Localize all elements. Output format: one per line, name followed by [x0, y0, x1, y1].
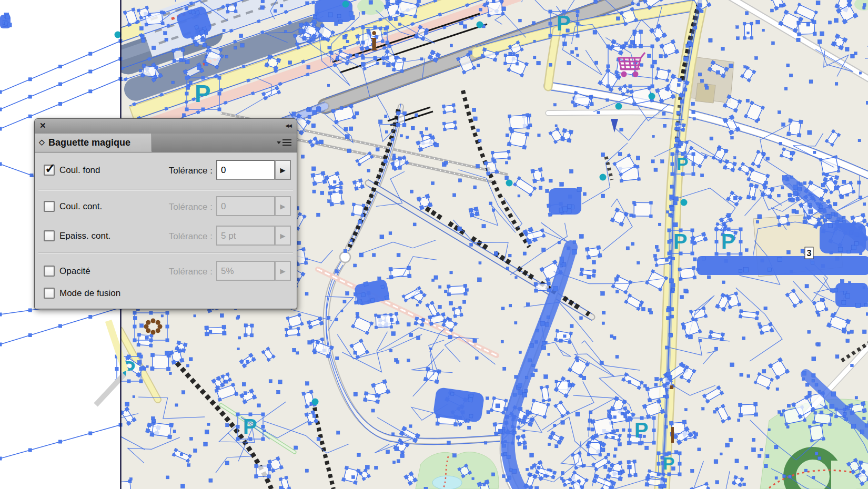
selection-handle[interactable] [629, 85, 632, 88]
tab-baguette-magique[interactable]: ◇ Baguette magique [35, 134, 152, 152]
selection-handle[interactable] [201, 76, 205, 80]
selection-handle[interactable] [739, 252, 743, 256]
selection-handle[interactable] [133, 325, 137, 329]
fill-tolerance-spinner[interactable]: ▶ [275, 160, 291, 180]
selection-handle[interactable] [386, 41, 389, 45]
selection-handle[interactable] [691, 252, 694, 256]
selection-handle[interactable] [139, 380, 143, 383]
selection-handle[interactable] [657, 452, 661, 455]
selection-handle[interactable] [218, 76, 221, 80]
selection-handle[interactable] [715, 252, 719, 256]
selection-handle[interactable] [692, 152, 695, 156]
selection-handle[interactable] [361, 56, 365, 60]
selection-handle[interactable] [261, 413, 265, 416]
info-icon: i [370, 26, 378, 56]
selection-handle[interactable] [651, 85, 654, 88]
selection-handle[interactable] [715, 228, 719, 231]
selection-handle[interactable] [115, 367, 119, 371]
market-icon [150, 319, 155, 323]
selection-handle[interactable] [549, 10, 552, 14]
market-icon [151, 330, 156, 335]
selection-handle[interactable] [576, 34, 580, 38]
selection-handle[interactable] [166, 325, 169, 329]
selection-handle[interactable] [236, 425, 240, 429]
selection-handle[interactable] [629, 45, 632, 48]
selection-handle[interactable] [678, 452, 682, 455]
market-icon [156, 320, 160, 325]
selection-handle[interactable] [651, 45, 654, 48]
stroke-color-checkbox[interactable]: ✓ [44, 201, 55, 212]
selection-handle[interactable] [361, 41, 365, 45]
selection-handle[interactable] [149, 311, 153, 315]
selection-handle[interactable] [549, 22, 552, 26]
selection-handle[interactable] [668, 252, 671, 256]
selection-handle[interactable] [386, 26, 389, 29]
opacity-tolerance-label: Tolérance : [129, 267, 213, 277]
selection-handle[interactable] [657, 462, 661, 466]
selection-handle[interactable] [671, 162, 674, 166]
selection-handle[interactable] [166, 311, 169, 315]
fill-tolerance-input[interactable]: 0 [216, 160, 275, 180]
selection-handle[interactable] [261, 437, 265, 441]
selection-handle[interactable] [549, 34, 552, 38]
selection-handle[interactable] [628, 429, 632, 432]
selection-handle[interactable] [678, 473, 682, 476]
selection-handle[interactable] [692, 172, 695, 176]
selection-handle[interactable] [628, 416, 632, 420]
selection-handle[interactable] [607, 45, 610, 48]
selection-handle[interactable] [166, 339, 169, 342]
selection-handle[interactable] [133, 339, 137, 342]
selection-handle[interactable] [185, 108, 189, 111]
selection-handle[interactable] [576, 22, 580, 26]
blend-mode-checkbox[interactable]: ✓ [44, 288, 55, 299]
selection-handle[interactable] [668, 240, 671, 244]
selection-handle[interactable] [628, 441, 632, 445]
selection-handle[interactable] [185, 92, 189, 96]
selection-handle[interactable] [236, 413, 240, 416]
selection-handle[interactable] [218, 92, 221, 96]
selection-handle[interactable] [576, 10, 580, 14]
selection-handle[interactable] [652, 416, 656, 420]
selection-handle[interactable] [739, 228, 743, 231]
panel-menu-icon[interactable] [277, 138, 292, 147]
selection-handle[interactable] [668, 229, 671, 232]
selection-handle[interactable] [652, 441, 656, 445]
close-icon[interactable]: ✕ [39, 121, 46, 130]
parking-icon: P [243, 415, 257, 438]
checkmark-icon: ✓ [45, 161, 56, 176]
fill-color-checkbox[interactable]: ✓ [44, 165, 55, 176]
selection-handle[interactable] [671, 152, 674, 156]
selection-handle[interactable] [133, 311, 137, 315]
selection-handle[interactable] [374, 56, 377, 60]
selection-handle[interactable] [139, 355, 143, 359]
selection-handle[interactable] [692, 162, 695, 166]
row-opacity: ✓ Opacité Tolérance : 5% ▶ [35, 261, 297, 282]
selection-handle[interactable] [691, 240, 694, 244]
selection-handle[interactable] [671, 172, 674, 176]
selection-handle[interactable] [678, 462, 682, 466]
selection-handle[interactable] [261, 425, 265, 429]
poi-dot-icon [477, 22, 483, 28]
selection-handle[interactable] [607, 85, 610, 88]
selection-handle[interactable] [691, 229, 694, 232]
selection-handle[interactable] [361, 26, 365, 29]
selection-handle[interactable] [657, 473, 661, 476]
opacity-checkbox[interactable]: ✓ [44, 266, 55, 277]
selection-handle[interactable] [386, 56, 389, 60]
stroke-weight-checkbox[interactable]: ✓ [44, 230, 55, 241]
selection-handle[interactable] [607, 65, 610, 68]
selection-handle[interactable] [652, 429, 656, 432]
selection-handle[interactable] [201, 108, 205, 111]
panel-toggle-icon[interactable]: ◇ [39, 138, 45, 146]
selection-handle[interactable] [185, 76, 189, 80]
selection-handle[interactable] [715, 240, 719, 243]
selection-handle[interactable] [739, 240, 743, 243]
panel-titlebar[interactable]: ✕ ◀◀ [35, 119, 297, 134]
collapse-panel-icon[interactable]: ◀◀ [285, 123, 291, 128]
selection-handle[interactable] [218, 108, 221, 111]
selection-handle[interactable] [236, 437, 240, 441]
stroke-tolerance-spinner: ▶ [275, 196, 291, 216]
selection-handle[interactable] [651, 65, 654, 68]
selection-handle[interactable] [139, 367, 143, 371]
selection-handle[interactable] [149, 339, 153, 342]
